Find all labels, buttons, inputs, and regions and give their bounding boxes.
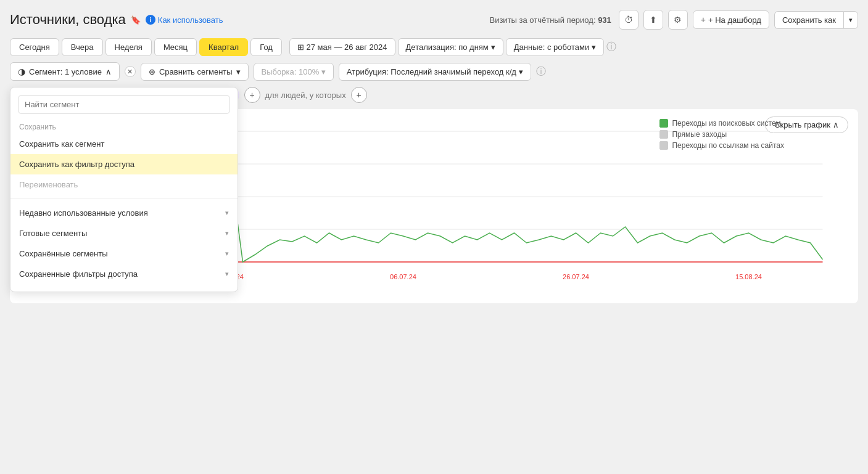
info-link[interactable]: i Как использовать [146, 15, 223, 25]
save-section-label: Сохранить [10, 119, 238, 134]
date-range-btn[interactable]: ⊞ 27 мая — 26 авг 2024 [289, 38, 395, 56]
svg-text:06.07.24: 06.07.24 [390, 273, 416, 280]
settings-btn[interactable]: ⚙ [668, 10, 688, 30]
legend-label-1: Переходы из поисковых систем [672, 119, 780, 128]
legend-label-2: Прямые заходы [672, 130, 727, 139]
svg-text:26.07.24: 26.07.24 [563, 273, 589, 280]
saved-segments-item[interactable]: Сохранённые сегменты ▾ [10, 243, 238, 264]
legend-item-1: Переходы из поисковых систем [659, 119, 784, 128]
segment-dropdown: Сохранить Сохранить как сегмент Сохранит… [10, 87, 238, 292]
svg-text:15.08.24: 15.08.24 [735, 273, 762, 280]
legend-color-1 [659, 119, 668, 128]
recent-conditions-item[interactable]: Недавно использованные условия ▾ [10, 203, 238, 223]
save-as-dropdown-btn[interactable]: ▾ [843, 11, 858, 29]
page-title: Источники, сводка [10, 12, 126, 28]
legend-color-3 [659, 141, 668, 150]
segment-close-btn[interactable]: ✕ [125, 66, 136, 77]
tab-week[interactable]: Неделя [105, 38, 152, 56]
legend-label-3: Переходы по ссылкам на сайтах [672, 141, 784, 150]
legend-item-2: Прямые заходы [659, 130, 784, 139]
add-dashboard-btn[interactable]: + + На дашборд [693, 10, 769, 29]
rename-item: Переименовать [10, 174, 238, 195]
info-link-text: Как использовать [158, 15, 223, 25]
add-filter-btn[interactable]: + [244, 87, 260, 103]
history-btn[interactable]: ⏱ [619, 10, 639, 30]
chart-legend: Переходы из поисковых систем Прямые захо… [659, 119, 784, 150]
legend-item-3: Переходы по ссылкам на сайтах [659, 141, 784, 150]
tab-today[interactable]: Сегодня [10, 38, 59, 56]
segment-btn[interactable]: ◑ Сегмент: 1 условие ∧ [10, 62, 120, 81]
detail-btn[interactable]: Детализация: по дням ▾ [398, 38, 503, 56]
bookmark-icon[interactable]: 🔖 [131, 15, 141, 25]
data-btn[interactable]: Данные: с роботами ▾ [506, 38, 604, 56]
divider [10, 198, 238, 199]
tab-year[interactable]: Год [250, 38, 282, 56]
attr-info-icon[interactable]: ⓘ [536, 65, 546, 78]
filters-row: ◑ Сегмент: 1 условие ∧ ✕ ⊕ Сравнить сегм… [10, 62, 858, 81]
visits-info: Визиты за отчётный период: 931 [489, 15, 611, 25]
add-condition-btn[interactable]: + [351, 87, 367, 103]
tab-month[interactable]: Месяц [154, 38, 197, 56]
export-btn[interactable]: ⬆ [643, 10, 663, 30]
saved-filters-item[interactable]: Сохраненные фильтры доступа ▾ [10, 264, 238, 284]
sample-btn[interactable]: Выборка: 100% ▾ [254, 63, 334, 81]
save-filter-item[interactable]: Сохранить как фильтр доступа [10, 154, 238, 174]
save-segment-item[interactable]: Сохранить как сегмент [10, 134, 238, 154]
tabs-row: Сегодня Вчера Неделя Месяц Квартал Год ⊞… [10, 38, 858, 56]
tab-quarter[interactable]: Квартал [199, 38, 248, 56]
for-people-text: для людей, у которых [265, 91, 346, 100]
compare-btn[interactable]: ⊕ Сравнить сегменты ▾ [141, 63, 249, 81]
save-as-btn[interactable]: Сохранить как [774, 11, 843, 29]
segment-search-input[interactable] [18, 95, 230, 114]
dropdown-search-area [10, 88, 238, 119]
tab-yesterday[interactable]: Вчера [62, 38, 103, 56]
attr-btn[interactable]: Атрибуция: Последний значимый переход к/… [339, 63, 531, 81]
ready-segments-item[interactable]: Готовые сегменты ▾ [10, 223, 238, 243]
info-icon: i [146, 15, 155, 25]
data-info-icon[interactable]: ⓘ [606, 41, 616, 54]
legend-color-2 [659, 130, 668, 139]
